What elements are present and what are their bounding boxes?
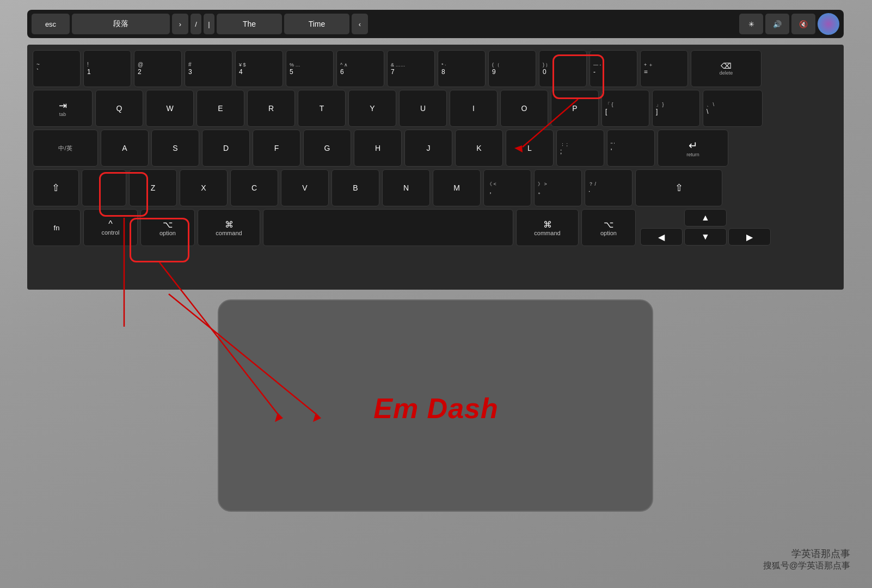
- key-c[interactable]: C: [230, 169, 278, 206]
- key-space[interactable]: [263, 209, 513, 246]
- key-shift-right[interactable]: ⇧: [635, 169, 722, 206]
- watermark-account: 搜狐号@学英语那点事: [763, 560, 850, 572]
- key-w[interactable]: W: [146, 90, 194, 127]
- key-d[interactable]: D: [202, 130, 250, 167]
- key-n[interactable]: N: [382, 169, 430, 206]
- key-j[interactable]: J: [404, 130, 452, 167]
- key-z[interactable]: Z: [129, 169, 177, 206]
- watermark: 学英语那点事 搜狐号@学英语那点事: [763, 547, 850, 572]
- key-equals[interactable]: + ＋ =: [640, 50, 688, 87]
- key-l[interactable]: L: [506, 130, 554, 167]
- asdf-row: 中/英 A S D F G H J K L ： ; ; " ' ' ↵ retu…: [33, 130, 838, 167]
- key-7[interactable]: & …… 7: [387, 50, 435, 87]
- key-tab[interactable]: ⇥ tab: [33, 90, 93, 127]
- tb-mute-key[interactable]: 🔇: [791, 14, 815, 34]
- key-arrow-left[interactable]: ◀: [640, 228, 683, 246]
- key-g[interactable]: G: [303, 130, 351, 167]
- key-f[interactable]: F: [253, 130, 300, 167]
- key-a[interactable]: A: [101, 130, 149, 167]
- key-k[interactable]: K: [455, 130, 503, 167]
- key-m[interactable]: M: [433, 169, 481, 206]
- tb-the-key[interactable]: The: [217, 14, 282, 34]
- key-semicolon[interactable]: ： ; ;: [556, 130, 604, 167]
- key-control[interactable]: ^ control: [83, 209, 138, 246]
- key-period[interactable]: 》 > 。: [534, 169, 582, 206]
- key-arrow-up[interactable]: ▲: [684, 209, 727, 226]
- tb-arrow-right[interactable]: ›: [172, 14, 188, 34]
- key-arrow-down[interactable]: ▼: [684, 228, 727, 246]
- touchbar: esc 段落 › / | The Time ‹ ✳ 🔊 🔇: [27, 10, 844, 38]
- tb-esc-key[interactable]: esc: [32, 14, 70, 34]
- key-arrow-right-key[interactable]: ▶: [728, 228, 771, 246]
- key-v[interactable]: V: [281, 169, 329, 206]
- key-x[interactable]: X: [180, 169, 228, 206]
- key-shift-left[interactable]: ⇧: [33, 169, 79, 206]
- key-backtick[interactable]: ~ `: [33, 50, 81, 87]
- number-row: ~ ` ! 1 @ 2 # 3 ¥ $ 4 % … 5: [33, 50, 838, 87]
- laptop-body: esc 段落 › / | The Time ‹ ✳ 🔊 🔇 ~ ` ! 1 @ …: [0, 0, 872, 588]
- key-backslash[interactable]: 、 \ \: [703, 90, 763, 127]
- tb-pipe[interactable]: |: [204, 14, 214, 34]
- key-r[interactable]: R: [247, 90, 295, 127]
- key-y[interactable]: Y: [348, 90, 396, 127]
- key-0[interactable]: ) ） 0: [539, 50, 587, 87]
- tb-arrow-left[interactable]: ‹: [352, 14, 368, 34]
- key-8[interactable]: * · 8: [438, 50, 486, 87]
- key-h[interactable]: H: [354, 130, 402, 167]
- tb-volume-key[interactable]: 🔊: [765, 14, 789, 34]
- watermark-site: 学英语那点事: [763, 547, 850, 560]
- key-enter[interactable]: ↵ return: [658, 130, 728, 167]
- tb-paragraph-key[interactable]: 段落: [72, 14, 170, 34]
- key-command-left[interactable]: ⌘ command: [198, 209, 260, 246]
- bottom-row: fn ^ control ⌥ option ⌘ command ⌘ comman…: [33, 209, 838, 246]
- qwerty-row: ⇥ tab Q W E R T Y U I O P 「 { [ 」 } ] 、 …: [33, 90, 838, 127]
- tb-siri-key[interactable]: [818, 13, 839, 35]
- key-command-right[interactable]: ⌘ command: [516, 209, 579, 246]
- key-minus[interactable]: — - -: [589, 50, 637, 87]
- key-left-bracket[interactable]: 「 { [: [601, 90, 649, 127]
- key-6[interactable]: ^ ∧ 6: [336, 50, 384, 87]
- key-slash[interactable]: ？ / ·: [585, 169, 632, 206]
- key-q[interactable]: Q: [95, 90, 143, 127]
- zxcv-row: ⇧ Z X C V B N M 《 < ， 》 > 。 ？ / ·: [33, 169, 838, 206]
- key-right-bracket[interactable]: 」 } ]: [652, 90, 700, 127]
- key-3[interactable]: # 3: [185, 50, 232, 87]
- key-o[interactable]: O: [500, 90, 548, 127]
- arrow-keys: ▲ ◀ ▼ ▶: [640, 209, 771, 246]
- key-quote[interactable]: " ' ': [607, 130, 655, 167]
- key-p[interactable]: P: [551, 90, 599, 127]
- key-u[interactable]: U: [399, 90, 447, 127]
- key-option-right[interactable]: ⌥ option: [581, 209, 636, 246]
- key-1[interactable]: ! 1: [83, 50, 131, 87]
- key-5[interactable]: % … 5: [286, 50, 334, 87]
- key-backspace[interactable]: ⌫ delete: [691, 50, 762, 87]
- key-2[interactable]: @ 2: [134, 50, 182, 87]
- key-capslock[interactable]: 中/英: [33, 130, 98, 167]
- key-shift-blank[interactable]: [82, 169, 126, 206]
- keyboard-area: ~ ` ! 1 @ 2 # 3 ¥ $ 4 % … 5: [27, 45, 844, 290]
- key-e[interactable]: E: [196, 90, 244, 127]
- key-4[interactable]: ¥ $ 4: [235, 50, 283, 87]
- key-t[interactable]: T: [298, 90, 346, 127]
- key-option-left[interactable]: ⌥ option: [140, 209, 195, 246]
- key-comma[interactable]: 《 < ，: [483, 169, 531, 206]
- key-b[interactable]: B: [331, 169, 379, 206]
- tb-slash[interactable]: /: [191, 14, 201, 34]
- key-s[interactable]: S: [151, 130, 199, 167]
- tb-brightness-key[interactable]: ✳: [739, 14, 763, 34]
- key-9[interactable]: ( （ 9: [488, 50, 536, 87]
- em-dash-label: Em Dash: [0, 392, 872, 425]
- key-fn[interactable]: fn: [33, 209, 81, 246]
- key-i[interactable]: I: [450, 90, 498, 127]
- tb-time-key[interactable]: Time: [284, 14, 349, 34]
